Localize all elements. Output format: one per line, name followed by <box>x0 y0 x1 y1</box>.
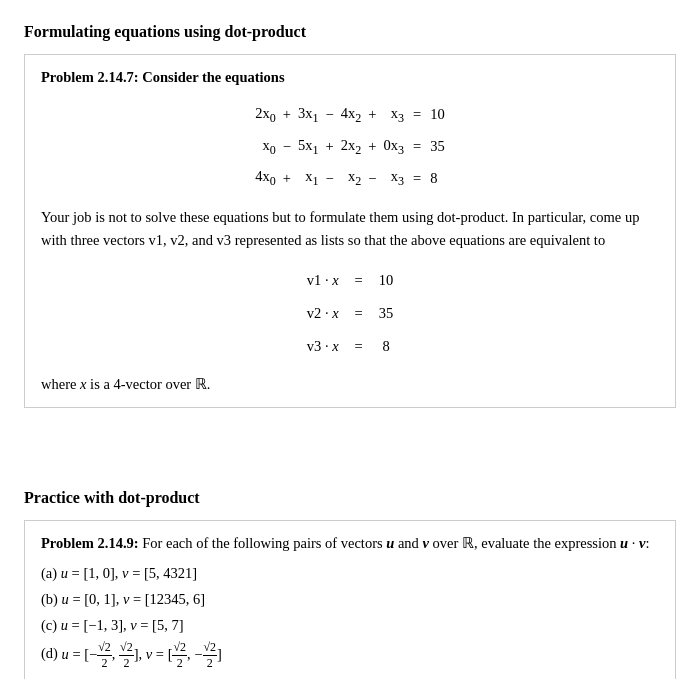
equation-row-3: 4x0 + x1 − x2 − x3 = 8 <box>252 162 447 194</box>
eq2-col3: 2x2 <box>338 131 365 163</box>
eq1-op3: + <box>364 99 380 131</box>
dot-equations: v1 · x = 10 v2 · x = 35 v3 · x = 8 <box>41 263 659 364</box>
eq1-col2: 3x1 <box>295 99 322 131</box>
item-a-u: u = [1, 0], <box>61 565 119 581</box>
where-text: where x is a 4-vector over ℝ. <box>41 374 659 396</box>
item-a: (a) u = [1, 0], v = [5, 4321] <box>41 563 659 585</box>
item-b: (b) u = [0, 1], v = [12345, 6] <box>41 589 659 611</box>
problem-intro-text: Consider the equations <box>142 69 284 85</box>
eq2-col1: x0 <box>252 131 279 163</box>
section2-title: Practice with dot-product <box>24 486 676 510</box>
dot-eq1-eq: = <box>347 265 371 296</box>
eq3-op3: − <box>364 162 380 194</box>
dot-eq2-eq: = <box>347 298 371 329</box>
page: Formulating equations using dot-product … <box>0 0 700 679</box>
item-d-label: (d) <box>41 646 58 662</box>
eq1-col4: x3 <box>380 99 407 131</box>
eq2-op2: + <box>322 131 338 163</box>
eq1-col1: 2x0 <box>252 99 279 131</box>
eq1-col3: 4x2 <box>338 99 365 131</box>
eq2-rhs: 35 <box>427 131 448 163</box>
item-b-u: u = [0, 1], <box>62 591 120 607</box>
eq3-col2: x1 <box>295 162 322 194</box>
dot-eq2-rhs: 35 <box>373 298 400 329</box>
spacer <box>24 426 676 486</box>
item-c: (c) u = [−1, 3], v = [5, 7] <box>41 615 659 637</box>
problem2-label-text: Problem 2.14.9: <box>41 535 139 551</box>
dot-eq-row-2: v2 · x = 35 <box>301 298 400 329</box>
item-a-label: (a) <box>41 565 57 581</box>
eq2-op3: + <box>364 131 380 163</box>
eq2-equals: = <box>407 131 427 163</box>
eq2-col2: 5x1 <box>295 131 322 163</box>
item-a-v: v = [5, 4321] <box>122 565 197 581</box>
dot-eq3-eq: = <box>347 331 371 362</box>
item-d: (d) u = [−√22, √22], v = [√22, −√22] <box>41 640 659 670</box>
item-c-v: v = [5, 7] <box>130 617 183 633</box>
eq3-equals: = <box>407 162 427 194</box>
description-text: Your job is not to solve these equations… <box>41 206 659 252</box>
equations-table: 2x0 + 3x1 − 4x2 + x3 = 10 x0 − 5x1 + 2x2… <box>252 99 447 194</box>
item-b-label: (b) <box>41 591 58 607</box>
problem-label-text: Problem 2.14.7: <box>41 69 139 85</box>
dot-eq1-lhs: v1 · x <box>301 265 345 296</box>
section1-problem-label: Problem 2.14.7: Consider the equations <box>41 67 659 89</box>
dot-eq1-rhs: 10 <box>373 265 400 296</box>
equation-row-2: x0 − 5x1 + 2x2 + 0x3 = 35 <box>252 131 447 163</box>
section2-problem-box: Problem 2.14.9: For each of the followin… <box>24 520 676 679</box>
dot-eq-table: v1 · x = 10 v2 · x = 35 v3 · x = 8 <box>299 263 402 364</box>
dot-eq-row-1: v1 · x = 10 <box>301 265 400 296</box>
eq2-op1: − <box>279 131 295 163</box>
problem2-intro: For each of the following pairs of vecto… <box>142 535 649 551</box>
eq3-col3: x2 <box>338 162 365 194</box>
dot-eq3-lhs: v3 · x <box>301 331 345 362</box>
dot-eq-row-3: v3 · x = 8 <box>301 331 400 362</box>
section1-title: Formulating equations using dot-product <box>24 20 676 44</box>
dot-eq3-rhs: 8 <box>373 331 400 362</box>
equations-block: 2x0 + 3x1 − 4x2 + x3 = 10 x0 − 5x1 + 2x2… <box>41 99 659 194</box>
eq1-rhs: 10 <box>427 99 448 131</box>
section2-problem-label: Problem 2.14.9: For each of the followin… <box>41 533 659 555</box>
eq1-op2: − <box>322 99 338 131</box>
eq1-equals: = <box>407 99 427 131</box>
eq3-op1: + <box>279 162 295 194</box>
eq3-col4: x3 <box>380 162 407 194</box>
item-d-content: u = [−√22, √22], v = [√22, −√22] <box>62 646 222 662</box>
equation-row-1: 2x0 + 3x1 − 4x2 + x3 = 10 <box>252 99 447 131</box>
section1-problem-box: Problem 2.14.7: Consider the equations 2… <box>24 54 676 408</box>
item-c-label: (c) <box>41 617 57 633</box>
eq3-col1: 4x0 <box>252 162 279 194</box>
dot-eq2-lhs: v2 · x <box>301 298 345 329</box>
eq3-op2: − <box>322 162 338 194</box>
eq2-col4: 0x3 <box>380 131 407 163</box>
eq1-op1: + <box>279 99 295 131</box>
eq3-rhs: 8 <box>427 162 448 194</box>
item-b-v: v = [12345, 6] <box>123 591 205 607</box>
item-c-u: u = [−1, 3], <box>61 617 127 633</box>
